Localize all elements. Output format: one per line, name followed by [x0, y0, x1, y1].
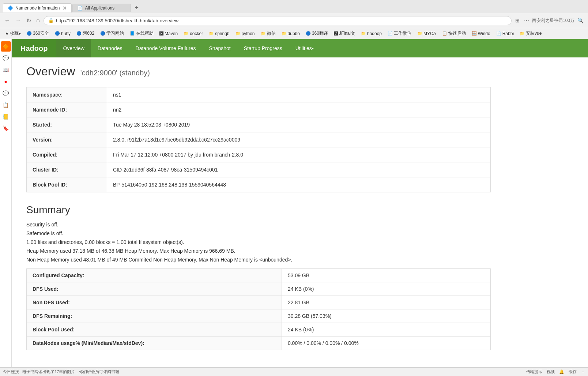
tab-favicon-2: 📄: [77, 5, 83, 11]
sidebar-icon-7[interactable]: 📒: [1, 112, 11, 122]
bookmark-label-study: 学习网站: [106, 30, 124, 37]
address-bar: ← → ↻ ⌂ 🔒 http://192.168.248.139:50070/d…: [0, 13, 588, 28]
table-row: Namespace: ns1: [27, 87, 491, 102]
sidebar-icon-2[interactable]: 💬: [1, 53, 11, 63]
bookmark-favorites[interactable]: ★ 收藏▾: [3, 30, 23, 37]
bookmark-label-translate: 360翻译: [312, 30, 328, 37]
table-row: Version: 2.8.0, r91f2b7a13d1e97be65db92d…: [27, 132, 491, 147]
bookmark-icon-dubbo: 📁: [282, 31, 287, 36]
bookmark-jfinal[interactable]: 🅹 JFinal文: [332, 30, 357, 37]
stats-value-block-pool: 24 KB (0%): [282, 323, 490, 336]
stats-label-datanode-usage: DataNodes usage% (Min/Median/Max/stdDev)…: [27, 336, 282, 350]
menu-button[interactable]: ⋯: [523, 16, 531, 25]
url-bar[interactable]: 🔒 http://192.168.248.139:50070/dfshealth…: [44, 16, 512, 25]
nav-datanodes[interactable]: Datanodes: [91, 39, 129, 57]
sidebar-icon-8[interactable]: 🔖: [1, 123, 11, 134]
nav-datanode-volume-failures[interactable]: Datanode Volume Failures: [129, 39, 203, 57]
nav-overview[interactable]: Overview: [56, 39, 91, 57]
new-tab-button[interactable]: +: [132, 4, 142, 12]
hadoop-nav: Hadoop Overview Datanodes Datanode Volum…: [12, 39, 588, 57]
bookmark-icon-spring: 📁: [209, 31, 214, 36]
bookmark-icon-rabbi: 📄: [496, 31, 501, 36]
extensions-button[interactable]: ⊞: [514, 16, 521, 25]
bookmark-spring[interactable]: 📁 springb: [207, 30, 231, 37]
status-item-4: 缓存: [569, 369, 577, 375]
bookmark-docker[interactable]: 📁 docker: [181, 30, 205, 37]
nav-utilities[interactable]: Utilities: [289, 39, 320, 57]
back-button[interactable]: ←: [3, 16, 12, 25]
refresh-button[interactable]: ↻: [25, 16, 33, 26]
summary-title: Summary: [26, 204, 491, 216]
sidebar-icon-6[interactable]: 📋: [1, 100, 11, 110]
star-icon: ★: [5, 31, 9, 36]
summary-non-heap: Non Heap Memory used 48.01 MB of 49 MB C…: [26, 257, 491, 263]
bookmark-icon-360: 🔵: [27, 31, 32, 36]
bookmark-rabbi[interactable]: 📄 Rabbi: [494, 30, 516, 37]
bookmark-python[interactable]: 📁 python: [233, 30, 257, 37]
bookmark-icon-hadoop: 📁: [361, 31, 366, 36]
status-bar: 今日连接 电子书阅读出现了17年的图片，你们班会员可评阅书籍 传输提示 视频 🔔…: [0, 367, 588, 376]
sidebar-icon-3[interactable]: 📖: [1, 65, 11, 75]
info-label-namespace: Namespace:: [27, 87, 107, 102]
bookmark-myca[interactable]: 📁 MYCA: [415, 30, 438, 37]
info-label-cluster-id: Cluster ID:: [27, 162, 107, 177]
bookmark-translate[interactable]: 🔵 360翻译: [304, 30, 330, 37]
bookmark-windows[interactable]: 🪟 Windo: [470, 30, 493, 37]
info-label-started: Started:: [27, 117, 107, 132]
search-button[interactable]: 🔍: [576, 16, 585, 25]
sidebar-icon-5[interactable]: 💬: [1, 88, 11, 98]
bookmark-wechat[interactable]: 📁 微信: [259, 30, 278, 37]
bookmark-maven[interactable]: 🅼 Maven: [157, 30, 180, 37]
bookmark-huhy[interactable]: 🔵 huhy: [53, 30, 73, 37]
bookmark-hadoop[interactable]: 📁 hadoop: [359, 30, 384, 37]
table-row: Block Pool ID: BP-514164050-192.168.248.…: [27, 177, 491, 192]
bookmark-label-602: 阿602: [83, 30, 94, 37]
bookmark-icon-study: 🔵: [100, 31, 105, 36]
summary-heap: Heap Memory used 37.18 MB of 46.38 MB He…: [26, 248, 491, 254]
status-add-button[interactable]: ＋: [581, 369, 585, 375]
sidebar-icon-1[interactable]: 🔶: [1, 41, 11, 52]
bookmark-icon-myca: 📁: [417, 31, 422, 36]
info-value-namespace: ns1: [107, 87, 491, 102]
bookmark-dubbo[interactable]: 📁 dubbo: [279, 30, 302, 37]
tab-favicon: 🔷: [8, 5, 13, 11]
table-row: Namenode ID: nn2: [27, 102, 491, 117]
page-title: Overview 'cdh2:9000' (standby): [26, 65, 491, 78]
bookmark-360[interactable]: 🔵 360安全: [24, 30, 51, 37]
forward-button[interactable]: →: [14, 16, 23, 25]
tab-inactive[interactable]: 📄 All Applications: [72, 4, 131, 12]
nav-snapshot[interactable]: Snapshot: [203, 39, 237, 57]
bookmark-label-workchat: 工作微信: [394, 30, 411, 37]
tab-active[interactable]: 🔷 Namenode information ✕: [3, 3, 72, 12]
bookmark-label-360: 360安全: [33, 30, 49, 37]
stats-row-dfs-remaining: DFS Remaining: 30.28 GB (57.03%): [27, 309, 491, 323]
tab-close-1[interactable]: ✕: [63, 5, 67, 11]
bookmark-vue[interactable]: 📁 安装vue: [517, 30, 544, 37]
nav-startup-progress[interactable]: Startup Progress: [237, 39, 289, 57]
home-button[interactable]: ⌂: [35, 16, 41, 25]
bookmark-602[interactable]: 🔵 阿602: [74, 30, 97, 37]
bookmark-quickstart[interactable]: 📋 快速启动: [440, 30, 468, 37]
bookmark-label-quickstart: 快速启动: [448, 30, 466, 37]
bookmarks-bar: ★ 收藏▾ 🔵 360安全 🔵 huhy 🔵 阿602 🔵 学习网站 📘 在线帮…: [0, 28, 588, 39]
bookmark-label-huhy: huhy: [61, 31, 71, 36]
bookmark-icon-jfinal: 🅹: [334, 31, 338, 36]
bookmark-help[interactable]: 📘 在线帮助: [128, 30, 156, 37]
info-table: Namespace: ns1 Namenode ID: nn2 Started:…: [26, 87, 491, 192]
bookmark-label-dubbo: dubbo: [288, 31, 300, 36]
status-item-3: 🔔: [559, 369, 564, 374]
bookmark-study[interactable]: 🔵 学习网站: [98, 30, 126, 37]
hadoop-brand: Hadoop: [12, 39, 56, 57]
bookmark-icon-python: 📁: [235, 31, 241, 36]
bookmark-label-help: 在线帮助: [136, 30, 154, 37]
info-value-block-pool-id: BP-514164050-192.168.248.138-15590405644…: [107, 177, 491, 192]
info-label-compiled: Compiled:: [27, 147, 107, 162]
page-wrapper: 🔶 💬 📖 ● 💬 📋 📒 🔖 Hadoop Overview Datanode…: [0, 39, 588, 376]
sidebar-icon-4[interactable]: ●: [1, 76, 11, 87]
bookmark-icon-help: 📘: [130, 31, 135, 36]
bookmark-label-docker: docker: [190, 31, 203, 36]
stats-row-capacity: Configured Capacity: 53.09 GB: [27, 269, 491, 282]
bookmark-icon-vue: 📁: [520, 31, 525, 36]
stats-table: Configured Capacity: 53.09 GB DFS Used: …: [26, 268, 491, 350]
bookmark-workchat[interactable]: 📄 工作微信: [385, 30, 414, 37]
